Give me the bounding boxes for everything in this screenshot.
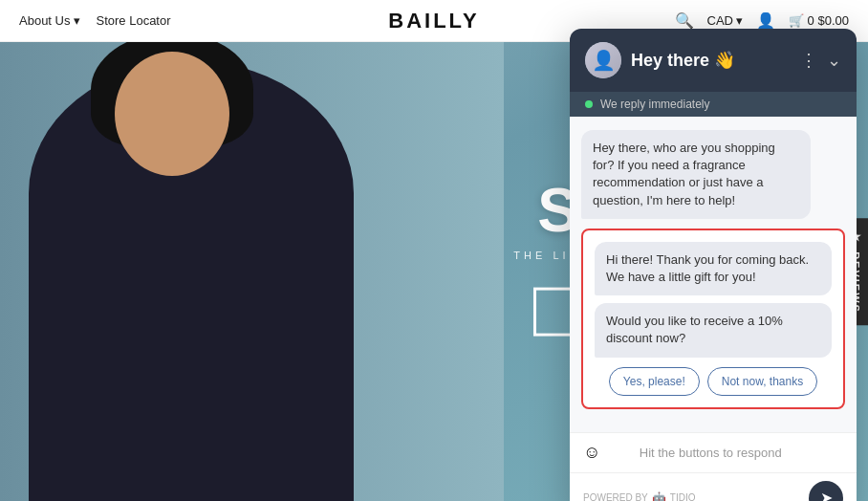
chat-header-left: 👤 Hey there 👋 [585,42,735,78]
search-icon[interactable]: 🔍 [675,11,694,30]
powered-by: POWERED BY 🤖 TIDIO [583,491,695,502]
send-button[interactable]: ➤ [809,481,843,502]
emoji-button[interactable]: ☺ [583,443,600,463]
account-icon[interactable]: 👤 [756,11,775,30]
chat-gift-box: Hi there! Thank you for coming back. We … [581,229,845,409]
person-head [115,52,229,176]
chat-header: 👤 Hey there 👋 ⋮ ⌄ [570,29,857,92]
nav-left: About Us ▾ Store Locator [19,13,171,28]
brand-logo: BAILLY [388,9,479,33]
chat-gift-message-2: Would you like to receive a 10% discount… [595,303,832,357]
cart-button[interactable]: 🛒 0 $0.00 [789,13,849,28]
chevron-down-icon: ▾ [74,13,80,28]
chat-avatar: 👤 [585,42,621,78]
about-us-menu[interactable]: About Us ▾ [19,13,80,28]
online-status-dot [585,100,593,108]
cart-count: 0 [808,13,814,28]
more-options-icon[interactable]: ⋮ [800,50,817,71]
chat-footer: POWERED BY 🤖 TIDIO ➤ [570,472,857,502]
hero-background [0,42,504,501]
chat-input-area: ☺ Hit the buttons to respond [570,432,857,472]
currency-label: CAD [707,13,733,28]
about-us-label: About Us [19,13,70,28]
status-text: We reply immediately [600,98,709,111]
currency-selector[interactable]: CAD ▾ [707,13,743,28]
avatar-image: 👤 [585,42,621,78]
chat-widget: 👤 Hey there 👋 ⋮ ⌄ We reply immediately H… [570,29,857,501]
chat-body: Hey there, who are you shopping for? If … [570,117,857,432]
chat-action-buttons: Yes, please! Not now, thanks [595,367,832,396]
store-locator-link[interactable]: Store Locator [96,13,170,28]
chat-header-title: Hey there 👋 [631,50,735,71]
chat-header-icons: ⋮ ⌄ [800,50,841,71]
chat-status-bar: We reply immediately [570,92,857,117]
chevron-down-icon: ▾ [736,13,743,28]
yes-please-button[interactable]: Yes, please! [609,367,700,396]
input-hint-text: Hit the buttons to respond [640,446,782,460]
powered-by-label: POWERED BY [583,492,648,501]
not-now-button[interactable]: Not now, thanks [707,367,817,396]
chat-message-1: Hey there, who are you shopping for? If … [581,130,811,219]
nav-right: 🔍 CAD ▾ 👤 🛒 0 $0.00 [675,11,849,30]
chat-gift-message-1: Hi there! Thank you for coming back. We … [595,242,832,295]
minimize-icon[interactable]: ⌄ [827,50,841,71]
cart-total: $0.00 [817,13,849,28]
tidio-label: TIDIO [670,492,696,501]
